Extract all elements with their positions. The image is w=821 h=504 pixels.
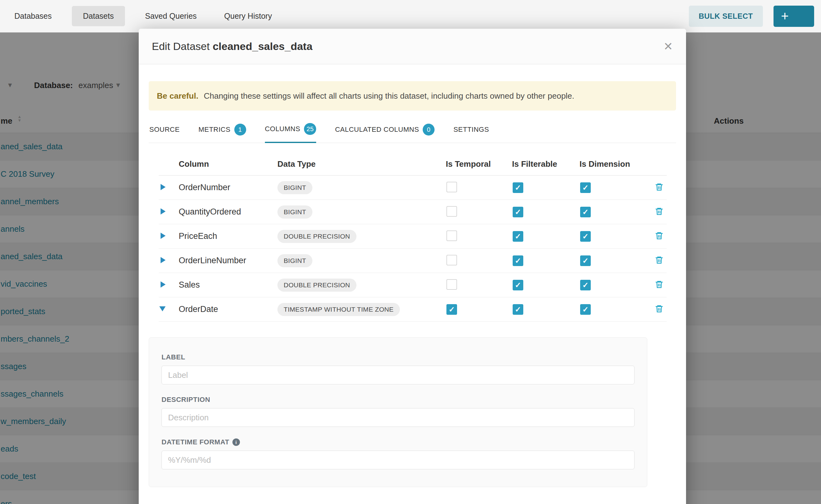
column-row: OrderNumber BIGINT <box>159 175 667 200</box>
modal-tabs: SOURCE METRICS 1 COLUMNS 25 CALCULATED C… <box>149 123 676 143</box>
delete-column-icon[interactable] <box>655 280 664 290</box>
info-icon[interactable]: i <box>232 438 240 446</box>
is-temporal-checkbox[interactable] <box>447 230 457 241</box>
close-icon[interactable]: ✕ <box>664 41 673 52</box>
header-is-temporal: Is Temporal <box>446 159 512 169</box>
column-row: QuantityOrdered BIGINT <box>159 200 667 224</box>
delete-column-icon[interactable] <box>655 231 664 242</box>
delete-column-icon[interactable] <box>655 182 664 193</box>
is-filterable-checkbox[interactable] <box>513 207 523 217</box>
is-dimension-checkbox[interactable] <box>580 280 591 290</box>
tab-settings[interactable]: SETTINGS <box>453 123 489 143</box>
expand-caret-icon[interactable] <box>161 233 166 239</box>
columns-count-badge: 25 <box>304 123 316 135</box>
datetime-format-input[interactable] <box>161 451 635 469</box>
header-is-dimension: Is Dimension <box>580 159 651 169</box>
modal-title-dataset-name: cleaned_sales_data <box>213 40 312 52</box>
is-dimension-checkbox[interactable] <box>580 304 591 315</box>
column-row: Sales DOUBLE PRECISION <box>159 273 667 297</box>
expand-caret-icon[interactable] <box>161 281 166 288</box>
modal-body: Be careful. Changing these settings will… <box>139 64 686 487</box>
tab-source[interactable]: SOURCE <box>149 123 180 143</box>
nav-tab-saved-queries[interactable]: Saved Queries <box>137 6 204 26</box>
header-column: Column <box>179 159 277 169</box>
warning-text: Changing these settings will affect all … <box>204 91 574 101</box>
tab-calculated-columns[interactable]: CALCULATED COLUMNS 0 <box>335 123 435 143</box>
is-filterable-checkbox[interactable] <box>513 182 523 193</box>
warning-banner: Be careful. Changing these settings will… <box>149 81 676 111</box>
column-name: PriceEach <box>179 231 277 241</box>
is-dimension-checkbox[interactable] <box>580 231 591 242</box>
nav-tab-databases[interactable]: Databases <box>7 6 59 26</box>
nav-tab-query-history[interactable]: Query History <box>217 6 279 26</box>
columns-table: Column Data Type Is Temporal Is Filterab… <box>159 152 667 322</box>
warning-bold-text: Be careful. <box>157 91 198 101</box>
data-type-pill: BIGINT <box>277 205 312 219</box>
expand-caret-icon[interactable] <box>159 306 166 311</box>
column-name: OrderNumber <box>179 183 277 192</box>
description-field-label: DESCRIPTION <box>161 396 635 404</box>
bulk-select-button[interactable]: BULK SELECT <box>689 6 763 27</box>
label-field-label: LABEL <box>161 353 635 361</box>
tab-columns[interactable]: COLUMNS 25 <box>265 123 316 143</box>
column-name: OrderLineNumber <box>179 256 277 265</box>
add-dataset-button[interactable]: + <box>774 6 814 27</box>
is-temporal-checkbox[interactable] <box>447 279 457 290</box>
data-type-pill: TIMESTAMP WITHOUT TIME ZONE <box>277 303 400 316</box>
expand-caret-icon[interactable] <box>161 184 166 190</box>
is-dimension-checkbox[interactable] <box>580 182 591 193</box>
columns-table-header: Column Data Type Is Temporal Is Filterab… <box>159 152 667 175</box>
modal-title-prefix: Edit Dataset <box>152 40 213 52</box>
top-navigation: Databases Datasets Saved Queries Query H… <box>0 0 821 32</box>
modal-title: Edit Dataset cleaned_sales_data <box>152 40 312 52</box>
is-dimension-checkbox[interactable] <box>580 207 591 217</box>
is-temporal-checkbox[interactable] <box>447 182 457 192</box>
modal-header: Edit Dataset cleaned_sales_data ✕ <box>139 29 686 64</box>
delete-column-icon[interactable] <box>655 255 664 266</box>
datetime-format-field-label: DATETIME FORMAT i <box>161 438 635 446</box>
column-name: OrderDate <box>179 304 277 314</box>
delete-column-icon[interactable] <box>655 207 664 217</box>
nav-tab-datasets[interactable]: Datasets <box>72 6 125 26</box>
is-filterable-checkbox[interactable] <box>513 255 523 266</box>
data-type-pill: DOUBLE PRECISION <box>277 279 356 292</box>
is-filterable-checkbox[interactable] <box>513 280 523 290</box>
is-temporal-checkbox[interactable] <box>447 255 457 265</box>
label-input[interactable] <box>161 366 635 384</box>
is-filterable-checkbox[interactable] <box>513 304 523 315</box>
column-name: QuantityOrdered <box>179 207 277 217</box>
calculated-columns-count-badge: 0 <box>423 124 435 136</box>
description-input[interactable] <box>161 408 635 427</box>
data-type-pill: BIGINT <box>277 254 312 267</box>
tab-metrics[interactable]: METRICS 1 <box>198 123 246 143</box>
header-data-type: Data Type <box>277 159 446 169</box>
is-dimension-checkbox[interactable] <box>580 255 591 266</box>
is-temporal-checkbox[interactable] <box>447 304 457 315</box>
edit-dataset-modal: Edit Dataset cleaned_sales_data ✕ Be car… <box>139 29 686 504</box>
expand-caret-icon[interactable] <box>161 257 166 263</box>
expand-caret-icon[interactable] <box>161 208 166 215</box>
data-type-pill: BIGINT <box>277 181 312 194</box>
column-row: PriceEach DOUBLE PRECISION <box>159 224 667 249</box>
delete-column-icon[interactable] <box>655 304 664 315</box>
column-row: OrderDate TIMESTAMP WITHOUT TIME ZONE <box>159 297 667 322</box>
metrics-count-badge: 1 <box>234 124 246 136</box>
is-temporal-checkbox[interactable] <box>447 206 457 217</box>
is-filterable-checkbox[interactable] <box>513 231 523 242</box>
column-row: OrderLineNumber BIGINT <box>159 249 667 273</box>
column-name: Sales <box>179 280 277 290</box>
data-type-pill: DOUBLE PRECISION <box>277 230 356 243</box>
header-is-filterable: Is Filterable <box>512 159 580 169</box>
column-detail-panel: LABEL DESCRIPTION DATETIME FORMAT i <box>149 337 647 487</box>
